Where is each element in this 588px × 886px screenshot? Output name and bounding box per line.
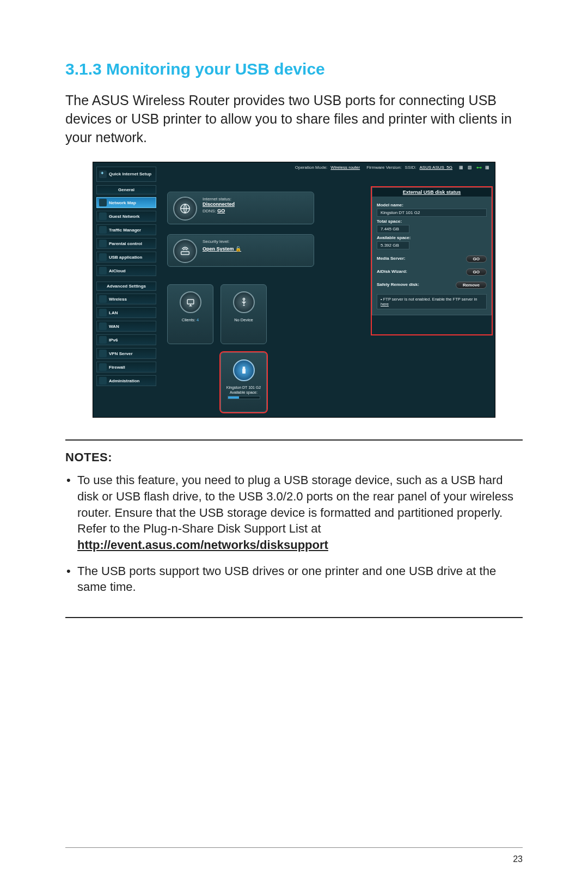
usb-space-bar	[228, 396, 260, 399]
sidebar-item-usb-application[interactable]: USB application	[96, 252, 156, 262]
usb-drive-icon	[233, 359, 255, 381]
globe-icon	[173, 197, 197, 221]
sidebar-item-parental-control[interactable]: Parental control	[96, 238, 156, 249]
svg-rect-1	[181, 252, 189, 255]
ftp-here-link[interactable]: here	[381, 302, 389, 307]
sidebar-item-wireless[interactable]: Wireless	[96, 294, 156, 304]
quick-internet-setup[interactable]: Quick Internet Setup	[96, 167, 156, 182]
tray-icon: ▦	[485, 165, 491, 170]
sidebar-item-aicloud[interactable]: AiCloud	[96, 265, 156, 276]
sidebar-item-label: Network Map	[109, 200, 136, 205]
op-mode-value[interactable]: Wireless router	[330, 165, 360, 170]
sidebar-item-label: WAN	[109, 324, 119, 329]
media-server-label: Media Server:	[377, 256, 405, 261]
sidebar-item-guest-network[interactable]: Guest Network	[96, 211, 156, 222]
model-name-label: Model name:	[377, 203, 487, 207]
svg-rect-5	[242, 369, 246, 374]
ddns-link[interactable]: GO	[217, 208, 225, 213]
usb-device-card[interactable]: Kingston DT 101 G2 Available space:	[220, 352, 267, 412]
internet-status-value: Disconnected	[203, 201, 235, 207]
ftp-note: • FTP server is not enabled. Enable the …	[377, 294, 487, 309]
sidebar-item-label: Guest Network	[109, 214, 139, 219]
sidebar-item-label: LAN	[109, 310, 118, 315]
clients-label: Clients:	[182, 317, 195, 322]
sidebar-item-administration[interactable]: Administration	[96, 375, 156, 386]
shield-icon	[99, 363, 107, 371]
section-intro: The ASUS Wireless Router provides two US…	[65, 91, 523, 146]
internet-status-label: Internet status:	[203, 197, 235, 201]
sidebar-item-firewall[interactable]: Firewall	[96, 362, 156, 372]
notes-section: NOTES: To use this feature, you need to …	[65, 439, 523, 618]
ssid-values[interactable]: ASUS ASUS_5G	[420, 165, 452, 170]
sidebar-item-label: AiCloud	[109, 268, 126, 273]
total-space-label: Total space:	[377, 219, 487, 224]
sidebar-item-label: Parental control	[109, 241, 142, 246]
usb-avail-label: Available space:	[230, 390, 258, 394]
traffic-manager-icon	[99, 226, 107, 234]
wan-icon	[99, 322, 107, 330]
lan-icon	[99, 309, 107, 316]
footer-rule	[65, 847, 523, 848]
sidebar-item-wan[interactable]: WAN	[96, 321, 156, 332]
sidebar-item-vpn-server[interactable]: VPN Server	[96, 348, 156, 359]
sidebar: General Network Map Guest Network Traffi…	[96, 185, 156, 386]
sidebar-item-label: Firewall	[109, 365, 125, 370]
model-name-value: Kingston DT 101 G2	[377, 209, 487, 217]
svg-point-3	[243, 298, 244, 300]
qis-label: Quick Internet Setup	[109, 172, 151, 176]
main-area: Internet status: Disconnected DDNS: GO S…	[162, 175, 492, 414]
router-screenshot: Operation Mode: Wireless router Firmware…	[93, 162, 495, 418]
aidisk-go-button[interactable]: GO	[466, 268, 487, 276]
no-device-label: No Device	[234, 317, 253, 322]
admin-icon	[99, 377, 107, 384]
external-usb-panel: External USB disk status Model name:King…	[372, 187, 492, 334]
svg-rect-4	[242, 367, 245, 369]
sidebar-item-label: VPN Server	[109, 351, 133, 356]
sidebar-heading-advanced: Advanced Settings	[96, 282, 156, 291]
usb-connected-icon: ⊷	[476, 164, 482, 170]
sidebar-item-traffic-manager[interactable]: Traffic Manager	[96, 224, 156, 235]
notes-item-2: The USB ports support two USB drives or …	[77, 563, 523, 595]
sidebar-item-label: Traffic Manager	[109, 228, 141, 233]
internet-status-card[interactable]: Internet status: Disconnected DDNS: GO	[167, 192, 314, 224]
sidebar-item-label: Wireless	[109, 297, 127, 302]
avail-space-label: Available space:	[377, 235, 487, 240]
total-space-value: 7.445 GB	[377, 225, 409, 233]
monitor-icon	[180, 291, 201, 313]
cloud-icon	[99, 267, 107, 274]
guest-network-icon	[99, 212, 107, 220]
fw-label: Firmware Version:	[366, 165, 401, 170]
tray-icon: ▦	[459, 165, 464, 170]
remove-disk-label: Safely Remove disk:	[377, 282, 419, 287]
remove-disk-button[interactable]: Remove	[456, 282, 487, 289]
page-number: 23	[513, 854, 523, 864]
network-map-icon	[99, 199, 107, 206]
sidebar-heading-general: General	[96, 185, 156, 194]
sidebar-item-lan[interactable]: LAN	[96, 307, 156, 318]
router-topbar: Operation Mode: Wireless router Firmware…	[295, 164, 491, 170]
avail-space-value: 5.392 GB	[377, 241, 409, 249]
security-level-label: Security level:	[203, 239, 241, 244]
sidebar-item-network-map[interactable]: Network Map	[96, 197, 156, 208]
clients-card[interactable]: Clients: 4	[167, 284, 213, 344]
aidisk-label: AiDisk Wizard:	[377, 269, 407, 274]
usb-app-icon	[99, 253, 107, 261]
wand-icon	[99, 170, 107, 178]
external-usb-title: External USB disk status	[372, 187, 492, 197]
sidebar-item-ipv6[interactable]: IPv6	[96, 334, 156, 345]
wifi-icon	[99, 295, 107, 303]
unlock-icon: 🔓	[235, 246, 241, 252]
lock-icon	[99, 240, 107, 247]
router-icon	[173, 239, 197, 263]
media-server-go-button[interactable]: GO	[466, 255, 487, 262]
op-mode-label: Operation Mode:	[295, 165, 328, 170]
security-level-card[interactable]: Security level: Open System 🔓	[167, 234, 314, 267]
sidebar-item-label: USB application	[109, 255, 142, 260]
no-device-card[interactable]: No Device	[220, 284, 267, 344]
ipv6-icon	[99, 336, 107, 344]
notes-heading: NOTES:	[65, 450, 523, 465]
svg-rect-2	[187, 300, 194, 304]
disk-support-link[interactable]: http://event.asus.com/networks/disksuppo…	[77, 538, 328, 552]
ssid-label: SSID:	[405, 165, 416, 170]
tray-icon: ▧	[468, 165, 473, 170]
